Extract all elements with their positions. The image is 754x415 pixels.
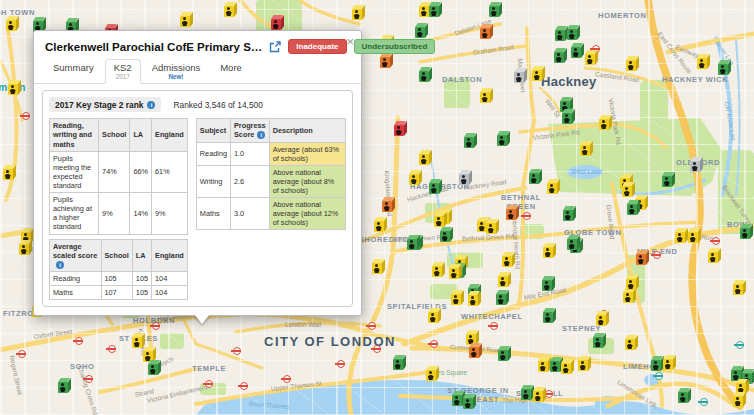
school-marker[interactable] [3,169,13,180]
school-marker[interactable] [599,119,609,130]
school-marker[interactable] [571,47,581,58]
school-marker[interactable] [419,154,429,165]
school-marker[interactable] [498,276,508,287]
school-marker[interactable] [567,239,577,250]
school-marker[interactable] [429,183,439,194]
school-marker[interactable] [622,186,632,197]
school-marker[interactable] [415,27,425,38]
school-marker[interactable] [585,54,595,65]
school-marker[interactable] [459,174,469,185]
tab-summary[interactable]: Summary [44,59,103,84]
external-link-icon[interactable] [269,41,281,53]
school-marker[interactable] [593,337,603,348]
school-marker[interactable] [554,52,564,63]
school-marker[interactable] [596,315,606,326]
school-marker[interactable] [561,363,571,374]
school-marker[interactable] [538,361,548,372]
tab-admissions[interactable]: AdmissionsNew! [143,59,210,84]
school-marker[interactable] [372,263,382,274]
school-marker[interactable] [464,137,474,148]
school-marker[interactable] [469,347,479,358]
school-marker[interactable] [393,359,403,370]
school-marker[interactable] [533,391,543,402]
school-marker[interactable] [514,72,524,83]
school-marker[interactable] [532,70,542,81]
school-marker[interactable] [651,360,661,371]
school-marker[interactable] [502,256,512,267]
school-marker[interactable] [382,201,392,212]
school-marker[interactable] [688,232,698,243]
school-marker[interactable] [733,396,743,407]
school-marker[interactable] [6,20,16,31]
school-marker[interactable] [636,254,646,265]
school-marker[interactable] [521,389,531,400]
school-marker[interactable] [432,266,442,277]
school-marker[interactable] [697,58,707,69]
school-marker[interactable] [419,6,429,17]
school-marker[interactable] [451,294,461,305]
school-marker[interactable] [506,209,516,220]
school-marker[interactable] [224,6,234,17]
school-marker[interactable] [8,84,18,95]
school-marker[interactable] [352,9,362,20]
school-marker[interactable] [529,173,539,184]
school-marker[interactable] [409,174,419,185]
school-marker[interactable] [626,279,636,290]
tab-ks2[interactable]: KS22017 [105,59,141,84]
school-marker[interactable] [625,339,635,350]
school-marker[interactable] [132,337,142,348]
school-marker[interactable] [567,29,577,40]
school-marker[interactable] [428,312,438,323]
school-marker[interactable] [497,135,507,146]
school-marker[interactable] [486,223,496,234]
school-marker[interactable] [662,176,672,187]
school-marker[interactable] [550,361,560,372]
school-marker[interactable] [148,364,158,375]
close-icon[interactable]: × [344,33,356,50]
school-marker[interactable] [271,19,281,30]
school-marker[interactable] [740,228,750,239]
school-marker[interactable] [380,57,390,68]
info-icon[interactable] [257,131,265,139]
school-marker[interactable] [542,280,552,291]
school-marker[interactable] [626,60,636,71]
map-canvas[interactable]: Euston RoadOxford StreetRegent StreetCha… [0,0,754,415]
school-marker[interactable] [407,239,417,250]
school-marker[interactable] [463,398,473,409]
school-marker[interactable] [480,28,490,39]
school-marker[interactable] [449,268,459,279]
school-marker[interactable] [434,216,444,227]
school-marker[interactable] [563,210,573,221]
school-marker[interactable] [578,360,588,371]
tab-more[interactable]: More [211,59,251,84]
school-marker[interactable] [543,312,553,323]
school-marker[interactable] [58,382,68,393]
school-marker[interactable] [426,370,436,381]
info-icon[interactable] [147,101,155,109]
school-marker[interactable] [555,30,565,41]
school-marker[interactable] [678,392,688,403]
school-marker[interactable] [374,221,384,232]
info-icon[interactable] [56,261,64,269]
school-marker[interactable] [480,92,490,103]
school-marker[interactable] [623,292,633,303]
school-marker[interactable] [690,161,700,172]
school-marker[interactable] [675,232,685,243]
school-marker[interactable] [547,183,557,194]
school-marker[interactable] [489,6,499,17]
school-marker[interactable] [429,6,439,17]
school-marker[interactable] [180,16,190,27]
school-marker[interactable] [718,64,728,75]
school-marker[interactable] [498,350,508,361]
school-marker[interactable] [394,125,404,136]
school-marker[interactable] [452,395,462,406]
school-marker[interactable] [708,252,718,263]
school-marker[interactable] [419,71,429,82]
school-marker[interactable] [627,204,637,215]
school-marker[interactable] [580,145,590,156]
school-marker[interactable] [562,113,572,124]
school-marker[interactable] [496,294,506,305]
school-marker[interactable] [543,247,553,258]
school-marker[interactable] [440,231,450,242]
school-marker[interactable] [733,284,743,295]
